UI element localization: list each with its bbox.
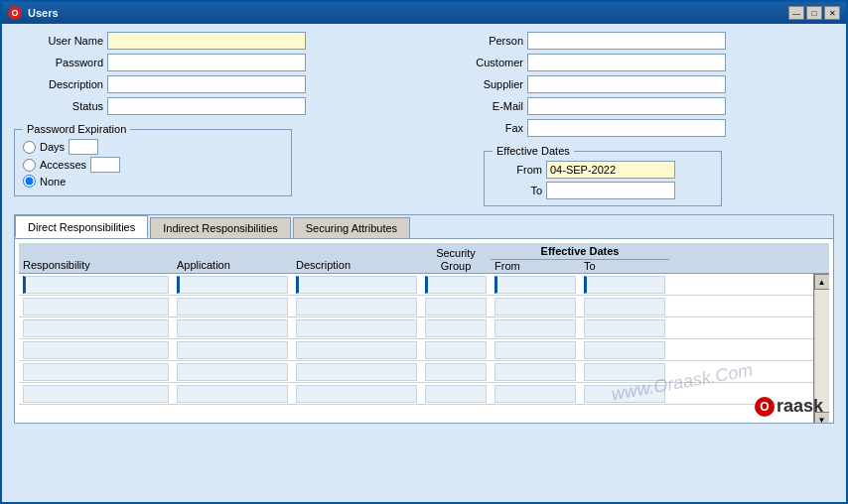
cell-from-5 [491, 385, 580, 403]
input-responsibility-5[interactable] [23, 385, 169, 403]
tab-content-direct: Responsibility Application Description S… [15, 239, 833, 423]
cell-application-4 [173, 363, 292, 381]
person-input[interactable] [527, 32, 726, 50]
scroll-spacer [669, 243, 685, 273]
input-responsibility-0[interactable] [23, 276, 169, 294]
tabs-bar: Direct Responsibilities Indirect Respons… [15, 215, 833, 239]
cell-security-5 [421, 385, 491, 403]
tab-securing-attributes[interactable]: Securing Attributes [293, 217, 410, 238]
days-radio[interactable] [23, 141, 36, 154]
input-from-4[interactable] [495, 363, 576, 381]
input-description-0[interactable] [296, 276, 417, 294]
tab-direct-responsibilities[interactable]: Direct Responsibilities [15, 215, 148, 238]
status-input[interactable] [107, 97, 306, 115]
window-icon: O [8, 6, 22, 20]
cell-description-2 [292, 319, 421, 337]
logo-icon: O [755, 397, 775, 417]
input-to-2[interactable] [584, 319, 665, 337]
input-description-5[interactable] [296, 385, 417, 403]
from-label: From [493, 164, 542, 176]
input-application-3[interactable] [177, 341, 288, 359]
input-security-3[interactable] [425, 341, 487, 359]
none-label: None [40, 176, 66, 188]
security-group-col-header: Security Group [421, 243, 491, 273]
person-row: Person [434, 32, 834, 50]
cell-to-1 [580, 298, 669, 315]
accesses-radio-row: Accesses [23, 157, 283, 173]
input-application-5[interactable] [177, 385, 288, 403]
effective-dates-legend: Effective Dates [493, 145, 574, 157]
input-description-2[interactable] [296, 319, 417, 337]
cell-from-0 [491, 276, 580, 294]
logo: O raask [755, 396, 823, 417]
application-col-header: Application [173, 243, 292, 273]
input-to-3[interactable] [584, 341, 665, 359]
input-to-4[interactable] [584, 363, 665, 381]
input-from-3[interactable] [495, 341, 576, 359]
input-security-2[interactable] [425, 319, 487, 337]
input-from-0[interactable] [495, 276, 576, 294]
input-application-2[interactable] [177, 319, 288, 337]
input-to-1[interactable] [584, 298, 665, 315]
table-body: ▲ ▼ [19, 274, 829, 423]
input-security-5[interactable] [425, 385, 487, 403]
password-label: Password [14, 57, 103, 68]
username-input[interactable] [107, 32, 306, 50]
cell-security-1 [421, 298, 491, 315]
password-row: Password [14, 54, 414, 71]
input-from-1[interactable] [495, 298, 576, 315]
minimize-button[interactable]: — [788, 6, 804, 20]
cell-to-3 [580, 341, 669, 359]
input-security-1[interactable] [425, 298, 487, 315]
cell-from-1 [491, 298, 580, 315]
days-input[interactable] [69, 139, 98, 155]
input-security-0[interactable] [425, 276, 487, 294]
responsibility-col-header: Responsibility [19, 243, 173, 273]
cell-application-3 [173, 341, 292, 359]
input-application-4[interactable] [177, 363, 288, 381]
none-radio[interactable] [23, 175, 36, 188]
input-description-4[interactable] [296, 363, 417, 381]
effective-dates-col-header: Effective Dates [491, 243, 669, 260]
to-input[interactable] [546, 182, 675, 199]
customer-input[interactable] [527, 54, 726, 71]
input-to-0[interactable] [584, 276, 665, 294]
from-input[interactable] [546, 161, 675, 179]
email-input[interactable] [527, 97, 726, 115]
input-from-2[interactable] [495, 319, 576, 337]
input-responsibility-3[interactable] [23, 341, 169, 359]
input-responsibility-4[interactable] [23, 363, 169, 381]
username-row: User Name [14, 32, 414, 50]
fax-input[interactable] [527, 119, 726, 137]
cell-responsibility-2 [19, 319, 173, 337]
input-responsibility-1[interactable] [23, 298, 169, 315]
maximize-button[interactable]: □ [806, 6, 822, 20]
input-description-1[interactable] [296, 298, 417, 315]
cell-from-3 [491, 341, 580, 359]
input-application-0[interactable] [177, 276, 288, 294]
cell-description-4 [292, 363, 421, 381]
scroll-up-button[interactable]: ▲ [814, 274, 830, 290]
cell-security-3 [421, 341, 491, 359]
input-description-3[interactable] [296, 341, 417, 359]
input-responsibility-2[interactable] [23, 319, 169, 337]
input-application-1[interactable] [177, 298, 288, 315]
cell-to-0 [580, 276, 669, 294]
password-input[interactable] [107, 54, 306, 71]
input-to-5[interactable] [584, 385, 665, 403]
tab-indirect-responsibilities[interactable]: Indirect Responsibilities [150, 217, 291, 238]
description-input[interactable] [107, 75, 306, 93]
supplier-input[interactable] [527, 75, 726, 93]
cell-to-4 [580, 363, 669, 381]
input-security-4[interactable] [425, 363, 487, 381]
close-button[interactable]: ✕ [824, 6, 840, 20]
accesses-radio[interactable] [23, 159, 36, 172]
from-row: From [493, 161, 713, 179]
accesses-input[interactable] [90, 157, 120, 173]
logo-text: raask [777, 396, 823, 417]
cell-description-3 [292, 341, 421, 359]
input-from-5[interactable] [495, 385, 576, 403]
cell-description-5 [292, 385, 421, 403]
fax-label: Fax [434, 122, 523, 134]
accesses-label: Accesses [40, 159, 86, 171]
